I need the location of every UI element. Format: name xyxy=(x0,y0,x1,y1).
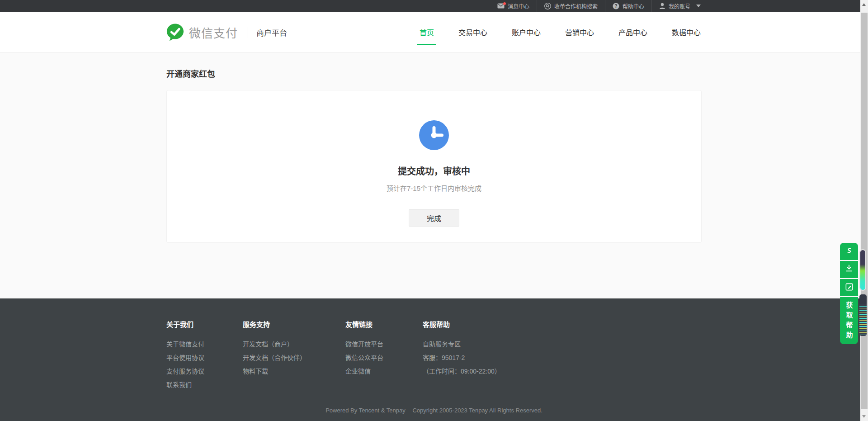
get-help-button[interactable]: 获取帮助 xyxy=(840,297,858,344)
topbar-item-messages[interactable]: 消息中心 xyxy=(490,0,537,12)
svg-text:?: ? xyxy=(614,4,617,9)
footer-column-service-support: 服务支持 开发文档（商户） 开发文档（合作伙伴） 物料下载 xyxy=(243,319,345,395)
topbar-item-acquirer-search[interactable]: 收单合作机构搜索 xyxy=(537,0,605,12)
wechat-pay-merchant-portal: 消息中心 收单合作机构搜索 ? 帮助中心 我的账号 xyxy=(0,0,868,421)
topbar-item-my-account[interactable]: 我的账号 xyxy=(652,0,702,12)
footer-link[interactable]: 微信公众平台 xyxy=(345,355,423,361)
topbar-item-label: 我的账号 xyxy=(669,2,690,10)
main-content: 开通商家红包 提交成功，审核中 预计在7-15个工作日内审核完成 完成 xyxy=(0,52,868,298)
header: 微信支付 商户平台 首页 交易中心 账户中心 营销中心 产品中心 数据中心 xyxy=(0,12,868,52)
footer-link[interactable]: 开发文档（合作伙伴） xyxy=(243,355,345,361)
status-card: 提交成功，审核中 预计在7-15个工作日内审核完成 完成 xyxy=(166,90,702,243)
scrollbar-thumb[interactable] xyxy=(861,13,868,409)
clock-icon xyxy=(419,120,449,152)
footer-link[interactable]: 物料下载 xyxy=(243,368,345,375)
footer-column-title: 客服帮助 xyxy=(423,319,501,329)
main-nav: 首页 交易中心 账户中心 营销中心 产品中心 数据中心 xyxy=(419,12,702,52)
nav-item-product-center[interactable]: 产品中心 xyxy=(618,12,648,52)
feedback-button[interactable] xyxy=(840,279,858,296)
nav-item-data-center[interactable]: 数据中心 xyxy=(671,12,702,52)
brand-wordmark: 微信支付 xyxy=(189,24,238,41)
footer-link[interactable]: 平台使用协议 xyxy=(166,355,243,361)
brand-divider xyxy=(247,27,247,38)
mail-icon xyxy=(497,3,505,9)
search-icon xyxy=(544,3,551,9)
nav-item-transaction-center[interactable]: 交易中心 xyxy=(458,12,488,52)
nav-item-account-center[interactable]: 账户中心 xyxy=(511,12,542,52)
copyright-text: Copyright 2005-2023 Tenpay All Rights Re… xyxy=(412,407,542,414)
powered-by-text: Powered By Tencent & Tenpay xyxy=(326,407,406,414)
footer-column-title: 服务支持 xyxy=(243,319,345,329)
scrollbar-up-arrow-icon[interactable] xyxy=(862,3,866,6)
done-button[interactable]: 完成 xyxy=(409,209,459,227)
footer-link[interactable]: 关于微信支付 xyxy=(166,341,243,348)
quick-link-button[interactable] xyxy=(840,243,858,260)
floating-help-rail: 获取帮助 xyxy=(840,243,858,344)
scroll-marker-striped xyxy=(859,294,867,336)
topbar-item-label: 帮助中心 xyxy=(623,2,644,10)
footer-column-title: 友情链接 xyxy=(345,319,423,329)
notification-badge xyxy=(503,2,506,5)
portal-name: 商户平台 xyxy=(256,27,287,38)
status-title: 提交成功，审核中 xyxy=(398,164,470,177)
scrollbar-down-arrow-icon[interactable] xyxy=(862,415,866,418)
footer-link[interactable]: 企业微信 xyxy=(345,368,423,375)
brand-logo[interactable]: 微信支付 商户平台 xyxy=(166,23,287,41)
help-icon: ? xyxy=(613,3,619,9)
topbar-item-help-center[interactable]: ? 帮助中心 xyxy=(605,0,651,12)
copyright: Powered By Tencent & Tenpay Copyright 20… xyxy=(0,407,868,414)
chevron-down-icon xyxy=(696,5,701,7)
footer: 关于我们 关于微信支付 平台使用协议 支付服务协议 联系我们 服务支持 开发文档… xyxy=(0,298,868,421)
topbar: 消息中心 收单合作机构搜索 ? 帮助中心 我的账号 xyxy=(0,0,868,12)
footer-link[interactable]: 联系我们 xyxy=(166,382,243,388)
scroll-marker-gradient xyxy=(859,249,866,291)
footer-column-about: 关于我们 关于微信支付 平台使用协议 支付服务协议 联系我们 xyxy=(166,319,243,395)
nav-item-home[interactable]: 首页 xyxy=(419,12,435,52)
wechat-pay-logo-icon xyxy=(166,23,184,41)
footer-column-title: 关于我们 xyxy=(166,319,243,329)
scrollbar[interactable] xyxy=(860,0,868,421)
service-hours: （工作时间：09:00-22:00） xyxy=(423,368,501,375)
footer-column-friend-links: 友情链接 微信开放平台 微信公众平台 企业微信 xyxy=(345,319,423,395)
customer-service-number: 客服：95017-2 xyxy=(423,355,501,361)
download-icon xyxy=(844,264,854,275)
user-icon xyxy=(659,3,665,9)
footer-link[interactable]: 支付服务协议 xyxy=(166,368,243,375)
topbar-item-label: 收单合作机构搜索 xyxy=(554,2,598,10)
download-button[interactable] xyxy=(840,261,858,278)
footer-link[interactable]: 自助服务专区 xyxy=(423,341,501,348)
feedback-icon xyxy=(845,283,854,293)
page-title: 开通商家红包 xyxy=(166,52,702,79)
footer-link[interactable]: 开发文档（商户） xyxy=(243,341,345,348)
footer-column-customer-help: 客服帮助 自助服务专区 客服：95017-2 （工作时间：09:00-22:00… xyxy=(423,319,501,395)
status-subtitle: 预计在7-15个工作日内审核完成 xyxy=(387,183,481,193)
topbar-item-label: 消息中心 xyxy=(508,2,529,10)
nav-item-marketing-center[interactable]: 营销中心 xyxy=(564,12,595,52)
link-icon xyxy=(844,246,854,257)
footer-link[interactable]: 微信开放平台 xyxy=(345,341,423,348)
